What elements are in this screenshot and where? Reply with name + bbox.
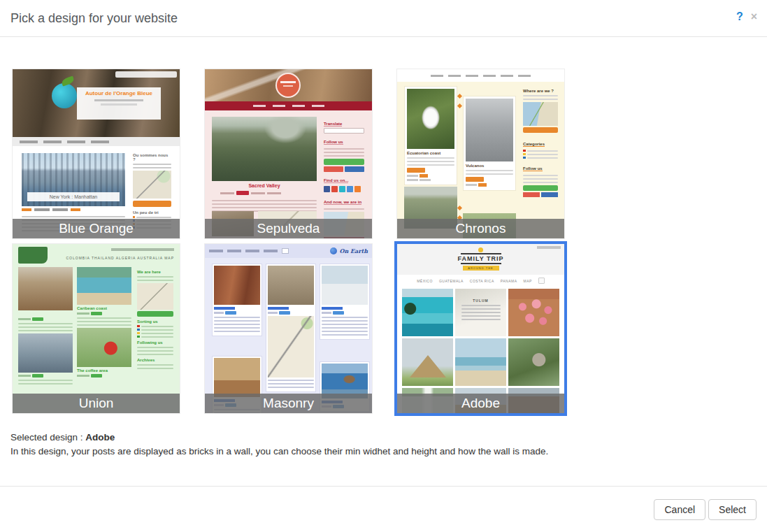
uni-li	[137, 336, 173, 338]
sun-icon	[478, 247, 483, 252]
design-thumbnail-sepulveda[interactable]: Sacred Valley Translate Follow us Find u…	[205, 69, 372, 238]
header-icons: ? ×	[736, 10, 757, 23]
mas-t	[214, 307, 235, 310]
decor	[322, 312, 331, 314]
decor	[483, 75, 496, 77]
preview-orange-button	[407, 168, 425, 173]
tl	[18, 326, 73, 328]
dialog-footer: Cancel Select	[0, 486, 767, 532]
tl	[137, 347, 173, 348]
sep-h: Follow us	[324, 140, 343, 145]
preview-navbar	[13, 137, 180, 146]
tl	[407, 161, 454, 162]
bo-sh: Un peu de tri	[133, 210, 171, 215]
preview-photo	[402, 289, 453, 336]
design-thumbnail-blue-orange[interactable]: Autour de l'Orange Bleue New York : Manh…	[13, 69, 180, 238]
decor	[324, 186, 330, 192]
decor	[137, 325, 140, 327]
g	[91, 312, 102, 315]
tl	[22, 216, 125, 217]
preview-navbar: MÉXICO GUATEMALA COSTA RICA PANAMA MAP	[397, 275, 564, 287]
tl	[141, 336, 173, 338]
cancel-button[interactable]: Cancel	[654, 499, 705, 520]
preview-photo	[214, 266, 260, 305]
mas-t	[322, 307, 343, 310]
design-thumbnail-adobe[interactable]: FAMILY TRIP AROUND THE WORLD MÉXICO GUAT…	[397, 244, 564, 413]
bo-chip	[52, 208, 68, 211]
tl	[214, 331, 260, 332]
tl	[523, 182, 558, 183]
preview-post-card: Ecuatorian coast	[404, 86, 457, 185]
tl	[214, 327, 260, 329]
decor	[466, 75, 478, 77]
page-title: Pick a design for your website	[10, 11, 178, 26]
preview-photo	[322, 266, 368, 305]
bo-sub2	[101, 103, 137, 106]
tl	[322, 317, 368, 318]
help-icon[interactable]: ?	[736, 10, 743, 23]
preview-photo	[466, 99, 513, 161]
decor	[407, 179, 418, 181]
bo-chip	[71, 208, 80, 211]
mas-logotext: On Earth	[339, 247, 368, 254]
tl	[137, 364, 173, 366]
tl	[407, 164, 454, 166]
preview-map	[133, 171, 171, 199]
preview-photo	[77, 328, 131, 367]
design-picker-dialog: Pick a design for your website ? × Autou…	[0, 0, 767, 532]
tl	[324, 148, 364, 150]
decor	[137, 336, 140, 338]
design-thumbnail-masonry[interactable]: On Earth	[205, 244, 372, 413]
decor	[209, 250, 223, 252]
preview-social-icons	[324, 186, 364, 192]
decor	[292, 105, 305, 107]
decor	[18, 375, 31, 377]
decor	[137, 332, 140, 334]
decor	[347, 186, 353, 192]
design-thumbnail-chronos[interactable]: Ecuatorian coast Vulcanos Where are we ?	[397, 69, 564, 238]
chr-meta	[407, 174, 454, 178]
design-thumbnail-union[interactable]: COLOMBIA THAILAND ALGERIA AUSTRALIA MAP …	[13, 244, 180, 413]
decor: Selected design :	[10, 432, 85, 443]
mas-meta	[322, 311, 368, 315]
preview-article-photo	[212, 117, 317, 181]
tl	[461, 308, 501, 310]
tl	[212, 200, 317, 201]
chr-h: Follow us	[523, 166, 543, 171]
preview-map	[137, 283, 173, 310]
decor	[407, 175, 418, 177]
uni-h: Following us	[137, 340, 173, 345]
select-button[interactable]: Select	[708, 499, 757, 520]
abs	[22, 208, 80, 211]
decor	[312, 105, 324, 107]
tl	[141, 329, 173, 331]
close-icon[interactable]: ×	[751, 10, 757, 23]
selected-design-line: Selected design : Adobe	[10, 431, 548, 445]
preview-sidebar: Where are we ? Categories Follow us	[523, 86, 558, 197]
bo-navitem	[43, 141, 62, 143]
bo-sub	[94, 99, 143, 101]
decor: GUATEMALA	[439, 279, 464, 283]
globe-icon	[330, 247, 337, 254]
tl	[137, 368, 173, 369]
ado-bar	[461, 253, 501, 254]
abs	[115, 71, 177, 78]
tl	[527, 150, 558, 152]
preview-logo-badge	[18, 247, 48, 264]
tl	[324, 155, 364, 157]
preview-map	[268, 316, 314, 378]
decor	[331, 186, 338, 192]
preview-photo	[214, 358, 260, 397]
preview-navbar	[397, 69, 564, 82]
uni-h: We are here	[137, 270, 173, 274]
tl	[77, 324, 131, 326]
b	[225, 311, 236, 315]
uni-h: Archives	[137, 358, 173, 362]
tl	[141, 333, 173, 334]
preview-orange-button	[523, 127, 558, 133]
preview-logo-box: Autour de l'Orange Bleue	[77, 87, 161, 120]
decor	[264, 250, 278, 252]
tl	[523, 95, 558, 96]
preview-photo	[268, 266, 314, 305]
chr-row2	[523, 192, 558, 197]
